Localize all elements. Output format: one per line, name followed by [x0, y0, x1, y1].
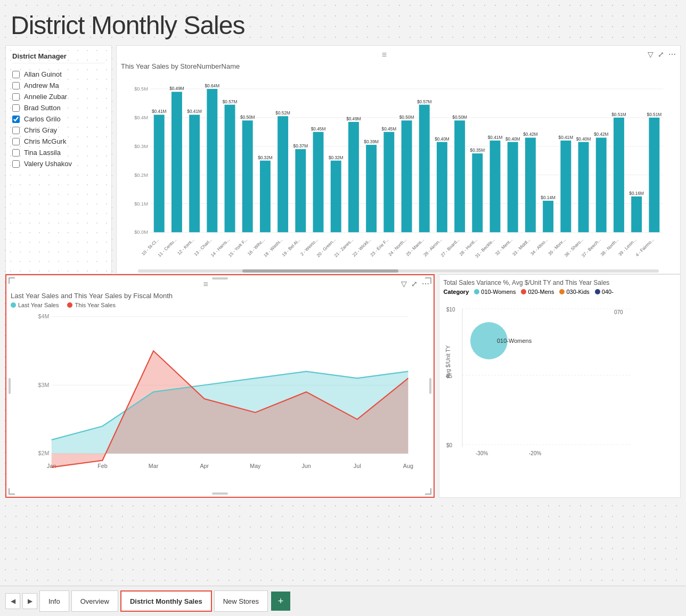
area-x-label: Jul	[354, 463, 361, 469]
svg-text:$0.3M: $0.3M	[134, 144, 148, 149]
bar-rect[interactable]	[543, 201, 553, 232]
filter-item[interactable]: Carlos Grilo	[12, 113, 105, 125]
bar-value: $0.45M	[382, 127, 397, 132]
tab-next-btn[interactable]: ▶	[22, 593, 37, 609]
bar-rect[interactable]	[454, 120, 465, 232]
filter-item[interactable]: Annelie Zubar	[12, 91, 105, 102]
tab-prev-btn[interactable]: ◀	[5, 593, 20, 609]
bar-rect[interactable]	[189, 115, 200, 233]
bar-rect[interactable]	[277, 116, 288, 232]
filter-checkbox[interactable]	[12, 116, 20, 123]
bar-value: $0.40M	[435, 137, 450, 142]
bar-rect[interactable]	[631, 196, 642, 232]
filter-label: Valery Ushakov	[24, 160, 72, 168]
filter-checkbox[interactable]	[12, 104, 20, 112]
bar-value: $0.42M	[523, 132, 538, 137]
scatter-svg: Avg $/Unit TY $10 $5 $0 -30% -20% 010-Wo…	[444, 298, 676, 486]
bar-chart-header: ≡ ▽ ⤢ ⋯	[121, 50, 676, 60]
bar-rect[interactable]	[419, 105, 430, 233]
bar-rect[interactable]	[490, 141, 501, 232]
filter-label: Carlos Grilo	[24, 115, 61, 123]
bar-value: $0.14M	[541, 195, 556, 200]
top-row: District Manager Allan GuinotAndrew MaAn…	[5, 45, 681, 274]
area-drag-handle[interactable]: ≡	[203, 280, 208, 289]
bar-rect[interactable]	[525, 138, 536, 233]
bar-rect[interactable]	[437, 142, 447, 233]
bar-rect[interactable]	[560, 141, 571, 232]
resize-right[interactable]	[429, 378, 431, 394]
filter-checkbox[interactable]	[12, 160, 20, 168]
bar-rect[interactable]	[313, 132, 324, 232]
filter-item[interactable]: Valery Ushakov	[12, 158, 105, 169]
filter-checkbox[interactable]	[12, 149, 20, 157]
area-filter-icon[interactable]: ▽	[401, 280, 407, 288]
tab-new-stores[interactable]: New Stores	[214, 590, 268, 612]
filter-checkbox[interactable]	[12, 138, 20, 145]
scatter-category-row: Category 010-Womens 020-Mens 030-Kids 04…	[444, 289, 676, 295]
area-focus-icon[interactable]: ⤢	[411, 280, 418, 288]
tab-district-monthly-sales[interactable]: District Monthly Sales	[120, 590, 212, 612]
bar-value: $0.64M	[205, 84, 220, 88]
svg-text:$0.2M: $0.2M	[134, 173, 148, 178]
bar-x-label: 23 - Erie F...	[370, 237, 390, 258]
bar-x-label: 24 - North...	[388, 237, 407, 257]
bar-rect[interactable]	[649, 118, 659, 232]
focus-icon[interactable]: ⤢	[658, 50, 664, 59]
bar-x-label: 34 - Altoo...	[530, 237, 549, 257]
more-icon[interactable]: ⋯	[668, 50, 676, 59]
bar-value: $0.42M	[594, 132, 609, 137]
bar-x-label: 19 - Bel Al...	[281, 237, 301, 258]
bar-chart-svg: $0.5M$0.4M$0.3M$0.2M$0.1M$0.0M$0.41M10 -…	[121, 72, 676, 260]
legend-last-year: Last Year Sales	[11, 302, 59, 308]
bar-chart-container: ≡ ▽ ⤢ ⋯ This Year Sales by StoreNumberNa…	[116, 45, 681, 274]
area-x-label: Aug	[403, 463, 413, 469]
bar-rect[interactable]	[295, 149, 306, 232]
svg-text:$0.5M: $0.5M	[134, 86, 148, 92]
bar-rect[interactable]	[348, 122, 359, 232]
page-title: District Monthly Sales	[11, 11, 681, 40]
filter-item[interactable]: Andrew Ma	[12, 80, 105, 91]
bar-chart-scrollbar[interactable]	[138, 269, 659, 273]
bar-rect[interactable]	[383, 132, 394, 232]
legend-this-year-label: This Year Sales	[75, 302, 115, 308]
bar-x-label: 10 - St-Cl...	[141, 237, 160, 257]
filter-checkbox[interactable]	[12, 127, 20, 134]
filter-item[interactable]: Chris McGurk	[12, 136, 105, 147]
filter-checkbox[interactable]	[12, 93, 20, 101]
bar-rect[interactable]	[242, 120, 253, 232]
bar-rect[interactable]	[508, 142, 518, 233]
tab-add-btn[interactable]: +	[271, 592, 290, 611]
bar-rect[interactable]	[366, 145, 377, 232]
bar-rect[interactable]	[207, 89, 217, 232]
bar-rect[interactable]	[614, 118, 624, 232]
bar-rect[interactable]	[225, 105, 235, 233]
drag-handle[interactable]: ≡	[382, 50, 387, 60]
filter-checkbox[interactable]	[12, 82, 20, 89]
filter-checkbox[interactable]	[12, 71, 20, 78]
tab-overview[interactable]: Overview	[71, 590, 118, 612]
bar-chart-icons: ▽ ⤢ ⋯	[648, 50, 676, 59]
tab-info[interactable]: Info	[39, 590, 69, 612]
scrollbar-thumb[interactable]	[242, 269, 398, 273]
resize-top[interactable]	[212, 277, 228, 280]
filter-icon[interactable]: ▽	[648, 50, 654, 59]
svg-text:$10: $10	[446, 307, 455, 313]
resize-bottom[interactable]	[212, 492, 228, 495]
cat-040-dot	[595, 289, 600, 294]
filter-item[interactable]: Allan Guinot	[12, 69, 105, 80]
filter-item[interactable]: Chris Gray	[12, 125, 105, 136]
bar-rect[interactable]	[472, 153, 483, 232]
cat-womens: 010-Womens	[474, 289, 516, 295]
area-x-label: Mar	[149, 463, 159, 469]
filter-item[interactable]: Brad Sutton	[12, 102, 105, 113]
filter-item[interactable]: Tina Lassila	[12, 147, 105, 158]
bar-rect[interactable]	[578, 142, 589, 233]
bar-rect[interactable]	[331, 161, 341, 233]
bar-rect[interactable]	[260, 161, 271, 233]
bar-value: $0.41M	[187, 109, 202, 114]
bar-rect[interactable]	[154, 115, 165, 233]
bar-rect[interactable]	[172, 92, 182, 232]
bar-rect[interactable]	[596, 138, 607, 233]
filter-label: Allan Guinot	[24, 70, 62, 78]
bar-rect[interactable]	[402, 120, 412, 232]
